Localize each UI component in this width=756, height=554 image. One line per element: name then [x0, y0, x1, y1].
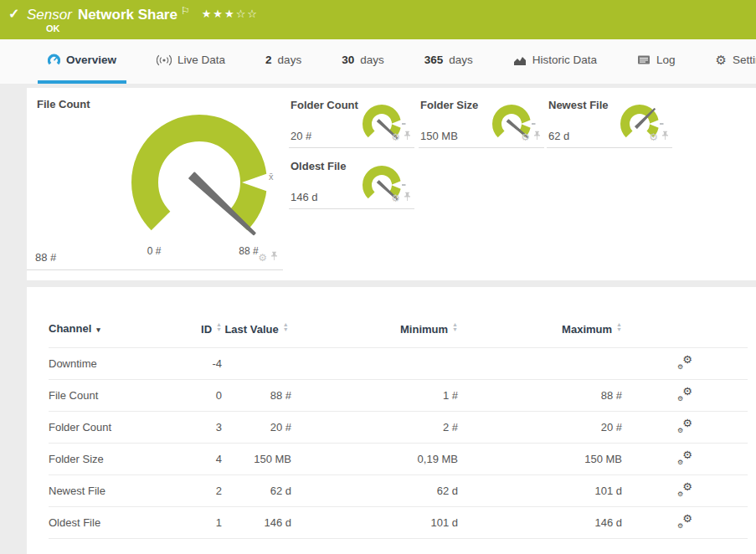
channel-settings-icon[interactable]: ⚙⚙	[677, 387, 692, 401]
channel-name[interactable]: Downtime	[49, 348, 183, 380]
table-row-downtime: Downtime -4 ⚙⚙	[49, 348, 748, 380]
gauge-current-value: 88 #	[35, 251, 56, 264]
sort-icon: ▲▼	[616, 322, 622, 332]
channel-settings-icon[interactable]: ⚙⚙	[677, 483, 692, 496]
channel-gear-icon[interactable]: ⚙	[649, 132, 658, 142]
object-kind-label: Sensor	[27, 7, 72, 23]
tab-live-data[interactable]: Live Data	[147, 39, 235, 84]
gauge-tile-newest-file: Newest File 62 d ⚙	[547, 93, 672, 148]
channel-gear-icon[interactable]: ⚙	[258, 253, 267, 263]
gauge-tools: ⚙	[521, 130, 541, 145]
status-badge: OK	[46, 23, 60, 33]
gauge-current-value: 20 #	[291, 130, 311, 142]
flag-icon[interactable]: ⚐	[181, 5, 190, 17]
gauge-current-value: 62 d	[548, 130, 569, 142]
channel-last-value: 146 d	[222, 507, 291, 539]
channel-gear-icon[interactable]: ⚙	[391, 193, 400, 203]
pin-icon[interactable]	[404, 130, 411, 145]
channel-maximum: 146 d	[458, 507, 622, 539]
tab-log[interactable]: Log	[627, 39, 686, 84]
pin-icon[interactable]	[533, 130, 541, 145]
pin-icon[interactable]	[404, 191, 411, 206]
column-header-minimum[interactable]: Minimum▲▼	[291, 317, 458, 348]
channel-id: -4	[183, 348, 222, 380]
channel-table: Channel▾ ID▲▼ Last Value▲▼ Minimum▲▼ Max…	[49, 317, 748, 539]
tab-365-days-number: 365	[424, 54, 444, 66]
tab-settings[interactable]: ⚙ Settings	[706, 39, 756, 84]
channel-gear-icon[interactable]: ⚙	[391, 132, 400, 142]
table-row-folder-size: Folder Size 4 150 MB 0,19 MB 150 MB ⚙⚙	[49, 444, 748, 475]
table-row-file-count: File Count 0 88 # 1 # 88 # ⚙⚙	[49, 380, 748, 412]
channel-maximum: 88 #	[458, 380, 622, 412]
channel-minimum: 2 #	[291, 412, 458, 444]
tab-overview[interactable]: Overview	[38, 39, 126, 84]
tab-30-days-label: days	[360, 54, 384, 66]
channel-name[interactable]: File Count	[49, 380, 183, 412]
sort-icon: ▲▼	[283, 322, 289, 332]
tab-overview-label: Overview	[66, 54, 116, 66]
tab-settings-label: Settings	[733, 54, 756, 66]
tab-live-data-label: Live Data	[177, 54, 225, 66]
sort-icon: ▲▼	[452, 322, 458, 332]
gauge-title: Newest File	[548, 99, 609, 111]
channel-last-value: 88 #	[222, 380, 291, 412]
gauges-panel: File Count x̄ 0 # 88 # 88 # ⚙ Folder Cou…	[27, 88, 756, 280]
channel-settings-icon[interactable]: ⚙⚙	[677, 451, 692, 464]
column-header-last-value[interactable]: Last Value▲▼	[222, 317, 291, 348]
tab-strip: Overview Live Data 2 days 30 days 365 da…	[0, 39, 756, 84]
priority-stars[interactable]: ★★★☆☆	[202, 8, 259, 20]
gauge-tools: ⚙	[649, 130, 669, 145]
tab-historic-data-label: Historic Data	[532, 54, 597, 66]
tab-2-days-number: 2	[265, 54, 272, 66]
table-row-oldest-file: Oldest File 1 146 d 101 d 146 d ⚙⚙	[49, 507, 748, 539]
sensor-title-line: SensorNetwork Share⚐★★★☆☆	[27, 5, 259, 23]
channel-maximum	[458, 348, 622, 380]
channel-name[interactable]: Newest File	[49, 475, 183, 507]
channel-name[interactable]: Oldest File	[49, 507, 183, 539]
channel-last-value: 62 d	[222, 475, 291, 507]
settings-gear-icon: ⚙	[716, 54, 727, 66]
channel-settings-icon[interactable]: ⚙⚙	[677, 419, 692, 433]
channel-gear-icon[interactable]: ⚙	[521, 132, 530, 142]
stars-filled-icon[interactable]: ★★★	[202, 8, 236, 20]
channel-last-value	[222, 348, 291, 380]
gauge-tools: ⚙	[258, 250, 278, 265]
channel-last-value: 20 #	[222, 412, 291, 444]
column-header-actions	[622, 317, 748, 348]
column-header-minimum-label: Minimum	[400, 323, 448, 336]
column-header-channel[interactable]: Channel▾	[49, 317, 183, 348]
gauge-tile-folder-size: Folder Size 150 MB ⚙	[419, 93, 544, 148]
pin-icon[interactable]	[270, 250, 278, 265]
column-header-last-value-label: Last Value	[224, 323, 278, 336]
tab-log-label: Log	[656, 54, 676, 66]
gauge-icon	[48, 54, 60, 66]
gauge-current-value: 150 MB	[420, 130, 458, 142]
column-header-maximum[interactable]: Maximum▲▼	[458, 317, 622, 348]
pin-icon[interactable]	[661, 130, 669, 145]
tab-365-days-label: days	[449, 54, 473, 66]
column-header-id[interactable]: ID▲▼	[183, 317, 222, 348]
channel-settings-icon[interactable]: ⚙⚙	[677, 515, 692, 528]
live-data-icon	[157, 54, 172, 66]
channel-id: 1	[183, 507, 222, 539]
tab-30-days-number: 30	[342, 54, 354, 66]
channel-last-value: 150 MB	[222, 444, 291, 475]
historic-chart-icon	[513, 54, 527, 66]
tab-365-days[interactable]: 365 days	[414, 39, 483, 84]
stars-empty-icon[interactable]: ☆☆	[236, 8, 259, 20]
channel-settings-icon[interactable]: ⚙⚙	[677, 356, 692, 369]
sensor-header-bar: ✓ SensorNetwork Share⚐★★★☆☆ OK	[0, 0, 756, 39]
channel-minimum: 1 #	[291, 380, 458, 412]
channel-name[interactable]: Folder Size	[49, 444, 183, 475]
tab-2-days[interactable]: 2 days	[255, 39, 311, 84]
channel-id: 0	[183, 380, 222, 412]
column-header-maximum-label: Maximum	[562, 323, 612, 336]
status-check-icon: ✓	[8, 6, 19, 22]
channel-name[interactable]: Folder Count	[49, 412, 183, 444]
table-row-folder-count: Folder Count 3 20 # 2 # 20 # ⚙⚙	[49, 412, 748, 444]
channel-maximum: 20 #	[458, 412, 622, 444]
tab-historic-data[interactable]: Historic Data	[503, 39, 607, 84]
tab-30-days[interactable]: 30 days	[332, 39, 394, 84]
gauge-title: Oldest File	[291, 160, 346, 172]
column-header-channel-label: Channel	[49, 322, 91, 335]
